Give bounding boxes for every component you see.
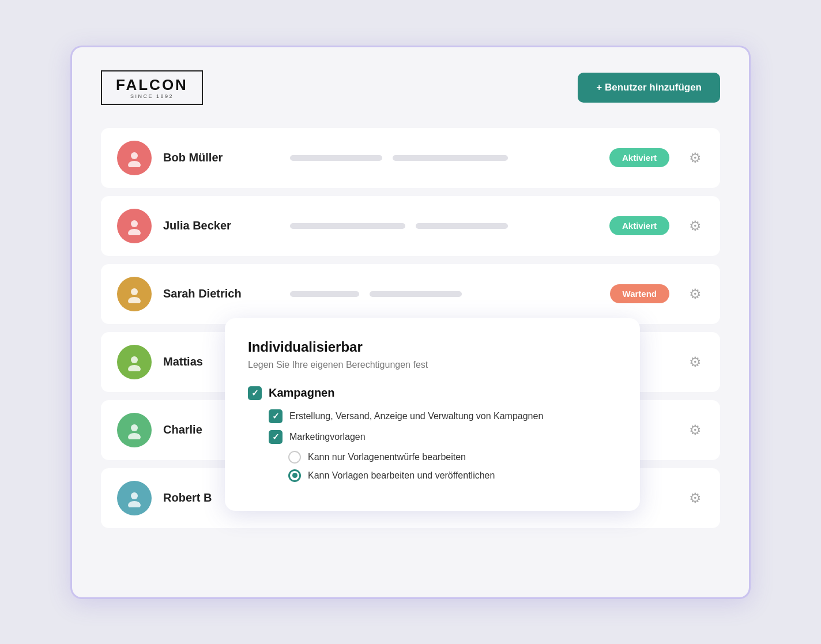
user-bars-sarah bbox=[290, 291, 598, 297]
app-container: FALCON SINCE 1892 + Benutzer hinzufügen … bbox=[70, 46, 751, 599]
gear-button-robert[interactable]: ⚙ bbox=[687, 488, 704, 509]
popup-subtitle: Legen Sie Ihre eigenen Berechtigungen fe… bbox=[248, 360, 617, 370]
gear-button-julia[interactable]: ⚙ bbox=[687, 216, 704, 236]
option1-checkbox[interactable] bbox=[269, 409, 283, 423]
svg-point-11 bbox=[128, 501, 141, 507]
svg-point-5 bbox=[128, 297, 141, 303]
popup-title: Individualisierbar bbox=[248, 339, 617, 355]
gear-button-sarah[interactable]: ⚙ bbox=[687, 284, 704, 304]
popup-overlay: Individualisierbar Legen Sie Ihre eigene… bbox=[225, 318, 640, 511]
svg-point-6 bbox=[131, 356, 138, 363]
avatar-julia bbox=[117, 209, 152, 243]
svg-point-0 bbox=[131, 152, 138, 159]
sub-option1-radio[interactable] bbox=[288, 451, 301, 464]
logo-title: FALCON bbox=[116, 77, 188, 92]
popup-card: Individualisierbar Legen Sie Ihre eigene… bbox=[225, 318, 640, 511]
logo-subtitle: SINCE 1892 bbox=[116, 93, 188, 99]
sub-option2-text: Kann Vorlagen bearbeiten und veröffentli… bbox=[308, 470, 495, 481]
header: FALCON SINCE 1892 + Benutzer hinzufügen bbox=[101, 70, 720, 105]
user-bars-bob bbox=[290, 155, 598, 161]
status-badge-bob: Aktiviert bbox=[609, 148, 669, 167]
logo: FALCON SINCE 1892 bbox=[101, 70, 203, 105]
kampagnen-title: Kampagnen bbox=[269, 386, 334, 400]
bar2 bbox=[370, 291, 462, 297]
option2-text: Marketingvorlagen bbox=[289, 432, 366, 442]
option1-text: Erstellung, Versand, Anzeige und Verwalt… bbox=[289, 411, 543, 421]
svg-point-3 bbox=[128, 229, 141, 235]
bar2 bbox=[393, 155, 508, 161]
option-row-1: Erstellung, Versand, Anzeige und Verwalt… bbox=[248, 409, 617, 423]
option-row-2: Marketingvorlagen bbox=[248, 430, 617, 444]
option2-checkbox[interactable] bbox=[269, 430, 283, 444]
user-name-julia: Julia Becker bbox=[163, 219, 278, 232]
avatar-charlie bbox=[117, 413, 152, 447]
user-row-bob: Bob Müller Aktiviert ⚙ bbox=[101, 128, 720, 188]
kampagnen-checkbox[interactable] bbox=[248, 386, 262, 400]
kampagnen-section-header: Kampagnen bbox=[248, 386, 617, 400]
sub-option1-text: Kann nur Vorlagenentwürfe bearbeiten bbox=[308, 452, 466, 462]
avatar-sarah bbox=[117, 277, 152, 311]
user-row-sarah: Sarah Dietrich Wartend ⚙ bbox=[101, 264, 720, 324]
user-name-bob: Bob Müller bbox=[163, 151, 278, 164]
gear-button-charlie[interactable]: ⚙ bbox=[687, 420, 704, 440]
gear-button-bob[interactable]: ⚙ bbox=[687, 148, 704, 168]
svg-point-1 bbox=[128, 161, 141, 167]
avatar-bob bbox=[117, 141, 152, 175]
sub-option2-radio[interactable] bbox=[288, 469, 301, 482]
user-name-sarah: Sarah Dietrich bbox=[163, 287, 278, 300]
sub-option-row-2: Kann Vorlagen bearbeiten und veröffentli… bbox=[248, 469, 617, 482]
svg-point-7 bbox=[128, 365, 141, 371]
status-badge-julia: Aktiviert bbox=[609, 216, 669, 235]
user-row-julia: Julia Becker Aktiviert ⚙ bbox=[101, 196, 720, 256]
svg-point-8 bbox=[131, 424, 138, 431]
bar1 bbox=[290, 291, 359, 297]
svg-point-9 bbox=[128, 433, 141, 439]
sub-option-row-1: Kann nur Vorlagenentwürfe bearbeiten bbox=[248, 451, 617, 464]
user-bars-julia bbox=[290, 223, 598, 229]
svg-point-10 bbox=[131, 492, 138, 499]
bar1 bbox=[290, 155, 382, 161]
bar2 bbox=[416, 223, 508, 229]
status-badge-sarah: Wartend bbox=[610, 284, 669, 303]
avatar-robert bbox=[117, 481, 152, 515]
svg-point-4 bbox=[131, 288, 138, 295]
svg-point-2 bbox=[131, 220, 138, 227]
bar1 bbox=[290, 223, 405, 229]
gear-button-mattias[interactable]: ⚙ bbox=[687, 352, 704, 372]
add-user-button[interactable]: + Benutzer hinzufügen bbox=[578, 73, 720, 103]
avatar-mattias bbox=[117, 345, 152, 379]
